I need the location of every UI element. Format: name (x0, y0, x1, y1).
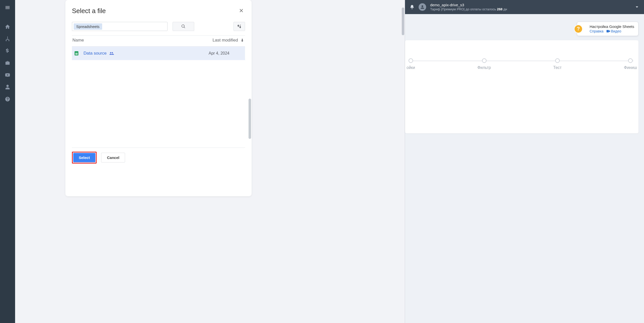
column-last-modified[interactable]: Last modified (213, 38, 245, 43)
account-icon[interactable] (3, 83, 12, 92)
search-button[interactable] (173, 22, 194, 31)
select-button[interactable]: Select (73, 153, 95, 162)
svg-rect-7 (607, 30, 609, 32)
help-video-link[interactable]: Видео (607, 29, 621, 33)
wizard-steps: ойки Фильтр Тест Финиш (405, 58, 638, 70)
filter-chip[interactable]: Spreadsheets (74, 23, 102, 30)
help-ref-link[interactable]: Справка (590, 29, 603, 33)
wizard-step-1[interactable]: ойки (407, 58, 415, 70)
help-title: Настройка Google Sheets (590, 24, 634, 29)
svg-point-5 (110, 52, 111, 53)
file-date: Apr 4, 2024 (209, 51, 245, 56)
help-pill: ? Настройка Google Sheets Справка Видео (577, 22, 638, 36)
wizard-step-2[interactable]: Фильтр (477, 58, 491, 70)
filter-chip-box[interactable]: Spreadsheets (72, 22, 168, 31)
svg-point-6 (112, 52, 113, 53)
app-sidebar (0, 0, 15, 323)
home-icon[interactable] (3, 22, 12, 31)
cancel-button[interactable]: Cancel (101, 153, 125, 163)
select-button-highlight: Select (72, 152, 97, 164)
dollar-icon[interactable] (3, 46, 12, 55)
left-panel: Select a file ✕ Spreadsheets Name (15, 0, 405, 323)
avatar[interactable] (419, 3, 426, 11)
left-scrollbar-thumb[interactable] (402, 8, 404, 35)
picker-scrollbar-thumb[interactable] (249, 99, 251, 139)
right-panel: demo_apix-drive_s3 Тариф |Премиум PRO| д… (405, 0, 644, 323)
sitemap-icon[interactable] (3, 34, 12, 43)
shared-icon (109, 52, 114, 55)
sort-button[interactable] (233, 22, 245, 31)
chevron-down-icon[interactable] (634, 5, 639, 10)
column-name[interactable]: Name (72, 38, 213, 43)
username: demo_apix-drive_s3 (430, 3, 507, 7)
video-icon (607, 30, 610, 33)
file-row[interactable]: Data source Apr 4, 2024 (72, 47, 245, 60)
sort-desc-icon (240, 38, 245, 43)
help-icon[interactable] (3, 95, 12, 104)
picker-title: Select a file (72, 7, 106, 15)
briefcase-icon[interactable] (3, 58, 12, 67)
wizard-step-3[interactable]: Тест (553, 58, 561, 70)
youtube-icon[interactable] (3, 70, 12, 79)
tariff-line: Тариф |Премиум PRO| до оплаты осталось 2… (430, 7, 507, 11)
hamburger-icon[interactable] (3, 3, 12, 12)
picker-columns-header: Name Last modified (72, 35, 245, 47)
wizard-step-4[interactable]: Финиш (624, 58, 637, 70)
close-icon[interactable]: ✕ (237, 7, 245, 15)
wizard-card: ойки Фильтр Тест Финиш (405, 40, 638, 133)
picker-footer: Select Cancel (72, 147, 245, 164)
file-picker-dialog: Select a file ✕ Spreadsheets Name (65, 0, 252, 196)
file-name: Data source (84, 51, 107, 56)
spreadsheet-icon (74, 51, 79, 56)
help-badge-icon[interactable]: ? (574, 25, 583, 33)
notifications-icon[interactable] (410, 5, 415, 10)
topbar: demo_apix-drive_s3 Тариф |Премиум PRO| д… (405, 0, 644, 14)
svg-rect-4 (76, 53, 76, 55)
user-block[interactable]: demo_apix-drive_s3 Тариф |Премиум PRO| д… (430, 3, 507, 11)
